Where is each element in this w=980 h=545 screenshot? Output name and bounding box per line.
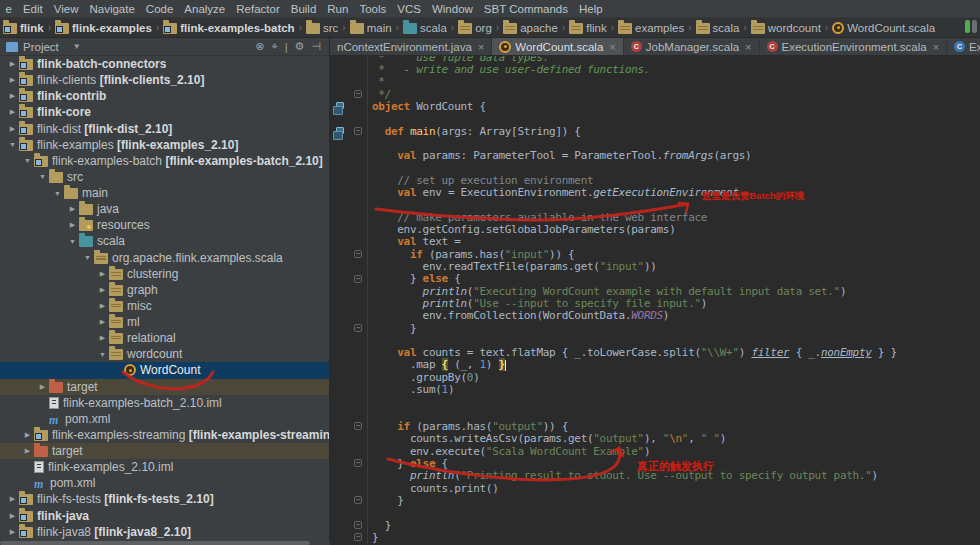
scala-structure-icon[interactable] <box>336 102 344 109</box>
code-line[interactable]: −} <box>330 531 980 543</box>
breadcrumb-item-scala[interactable]: scala <box>693 22 743 34</box>
code-line[interactable]: // set up execution environment <box>330 174 980 186</box>
tree-item-wordcount[interactable]: ▼wordcount <box>0 346 329 362</box>
menu-item-window[interactable]: Window <box>426 3 478 15</box>
chevron-expanded-icon[interactable]: ▼ <box>6 141 19 148</box>
tree-item-relational[interactable]: ▶relational <box>0 330 329 346</box>
code-line[interactable]: val params: ParameterTool = ParameterToo… <box>330 150 980 162</box>
code-line[interactable] <box>330 408 980 420</box>
chevron-collapsed-icon[interactable]: ▶ <box>36 383 49 391</box>
chevron-collapsed-icon[interactable]: ▶ <box>66 205 79 213</box>
breadcrumb-item-main[interactable]: main <box>347 22 395 34</box>
chevron-collapsed-icon[interactable]: ▶ <box>6 108 19 116</box>
tree-item-target[interactable]: ▶target <box>0 379 329 395</box>
breadcrumb-item-flink[interactable]: flink <box>566 22 609 34</box>
menu-item-view[interactable]: View <box>48 3 84 15</box>
fold-marker-icon[interactable]: − <box>354 533 362 541</box>
code-line[interactable]: // make parameters available in the web … <box>330 211 980 223</box>
inspection-status-indicator[interactable] <box>965 20 977 33</box>
code-line[interactable] <box>330 507 980 519</box>
chevron-collapsed-icon[interactable]: ▶ <box>6 528 19 536</box>
tree-item-flink-examples-batch[interactable]: ▼flink-examples-batch [flink-examples-ba… <box>0 153 329 169</box>
tree-item-target[interactable]: ▶target <box>0 443 329 459</box>
code-line[interactable]: env.execute("Scala WordCount Example") <box>330 445 980 457</box>
code-line[interactable]: println("Executing WordCount example wit… <box>330 285 980 297</box>
chevron-expanded-icon[interactable]: ▼ <box>66 238 79 245</box>
chevron-expanded-icon[interactable]: ▼ <box>81 254 94 261</box>
code-line[interactable]: env.fromCollection(WordCountData.WORDS) <box>330 310 980 322</box>
breadcrumb-item-apache[interactable]: apache <box>500 22 561 34</box>
locate-icon[interactable]: ⌖ <box>271 40 277 53</box>
code-line[interactable]: − if (params.has("input")) { <box>330 248 980 260</box>
fold-marker-icon[interactable]: − <box>354 275 362 283</box>
settings-gear-icon[interactable]: ⚙ <box>295 40 305 53</box>
tree-item-org-apache-flink-examples-scala[interactable]: ▼org.apache.flink.examples.scala <box>0 250 329 266</box>
chevron-expanded-icon[interactable]: ▼ <box>51 190 64 197</box>
tree-item-flink-java[interactable]: ▶flink-java <box>0 508 329 524</box>
code-line[interactable]: − } <box>330 494 980 506</box>
tree-item-flink-java8[interactable]: ▶flink-java8 [flink-java8_2.10] <box>0 524 329 540</box>
fold-marker-icon[interactable]: − <box>354 521 362 529</box>
chevron-collapsed-icon[interactable]: ▶ <box>6 92 19 100</box>
menu-item-analyze[interactable]: Analyze <box>179 3 231 15</box>
tree-item-java[interactable]: ▶java <box>0 201 329 217</box>
code-line[interactable] <box>330 334 980 346</box>
fold-marker-icon[interactable]: − <box>354 422 362 430</box>
chevron-collapsed-icon[interactable]: ▶ <box>96 334 109 342</box>
chevron-collapsed-icon[interactable]: ▶ <box>6 125 19 133</box>
tree-item-flink-fs-tests[interactable]: ▶flink-fs-tests [flink-fs-tests_2.10] <box>0 491 329 507</box>
chevron-collapsed-icon[interactable]: ▶ <box>6 76 19 84</box>
fold-marker-icon[interactable]: − <box>354 250 362 258</box>
menu-item-edit[interactable]: Edit <box>17 3 48 15</box>
code-line[interactable] <box>330 396 980 408</box>
code-line[interactable]: val counts = text.flatMap { _.toLowerCas… <box>330 347 980 359</box>
tree-item-src[interactable]: ▼src <box>0 169 329 185</box>
menu-item-build[interactable]: Build <box>285 3 322 15</box>
tree-horizontal-scrollbar[interactable] <box>0 541 330 545</box>
breadcrumb-item-wordcount-scala[interactable]: WordCount.scala <box>829 22 938 34</box>
code-line[interactable] <box>330 162 980 174</box>
tab-close-icon[interactable]: × <box>478 41 484 53</box>
tree-item-ml[interactable]: ▶ml <box>0 314 329 330</box>
tree-item-flink-core[interactable]: ▶flink-core <box>0 104 329 120</box>
code-line[interactable] <box>330 199 980 211</box>
chevron-expanded-icon[interactable]: ▼ <box>96 351 109 358</box>
fold-marker-icon[interactable]: − <box>354 459 362 467</box>
menu-item-help[interactable]: Help <box>574 3 609 15</box>
tree-item-pom-xml[interactable]: mpom.xml <box>0 411 329 427</box>
code-line[interactable]: − if (params.has("output")) { <box>330 420 980 432</box>
scala-structure-icon[interactable] <box>336 127 344 134</box>
tab-close-icon[interactable]: × <box>933 41 939 53</box>
tree-item-flink-contrib[interactable]: ▶flink-contrib <box>0 88 329 104</box>
editor-tab-jobmanager-scala[interactable]: CJobManager.scala× <box>624 38 760 55</box>
chevron-collapsed-icon[interactable]: ▶ <box>6 495 19 503</box>
tree-item-flink-examples-streaming[interactable]: ▶flink-examples-streaming [flink-example… <box>0 427 329 443</box>
menu-item-code[interactable]: Code <box>140 3 179 15</box>
tree-item-flink-examples-batch-2-10-iml[interactable]: flink-examples-batch_2.10.iml <box>0 395 329 411</box>
breadcrumb-item-org[interactable]: org <box>455 22 495 34</box>
tree-item-pom-xml[interactable]: mpom.xml <box>0 475 329 491</box>
code-line[interactable]: counts.writeAsCsv(params.get("output"), … <box>330 433 980 445</box>
code-line[interactable]: − } else { <box>330 273 980 285</box>
tree-item-flink-clients[interactable]: ▶flink-clients [flink-clients_2.10] <box>0 72 329 88</box>
chevron-collapsed-icon[interactable]: ▶ <box>6 60 19 68</box>
code-line[interactable]: counts.print() <box>330 482 980 494</box>
editor-tab-executionenvironment-scala[interactable]: CExecutionEnvironment.scala× <box>760 38 948 55</box>
editor-tab-ncontextenvironment-java[interactable]: nContextEnvironment.java× <box>330 38 492 55</box>
tree-item-resources[interactable]: ▶resources <box>0 217 329 233</box>
tree-item-wordcount[interactable]: WordCount <box>0 362 329 378</box>
tree-item-flink-batch-connectors[interactable]: ▶flink-batch-connectors <box>0 56 329 72</box>
chevron-collapsed-icon[interactable]: ▶ <box>96 286 109 294</box>
code-line[interactable]: * - write and use user-defined functions… <box>330 63 980 75</box>
editor-tab-wordcount-scala[interactable]: WordCount.scala× <box>492 38 623 55</box>
tree-item-graph[interactable]: ▶graph <box>0 282 329 298</box>
tree-item-clustering[interactable]: ▶clustering <box>0 266 329 282</box>
code-line[interactable]: .sum(1) <box>330 383 980 395</box>
menu-item-run[interactable]: Run <box>322 3 354 15</box>
breadcrumb-item-examples[interactable]: examples <box>615 22 687 34</box>
code-line[interactable]: − */ <box>330 88 980 100</box>
code-line[interactable]: .groupBy(0) <box>330 371 980 383</box>
menu-item-vcs[interactable]: VCS <box>392 3 427 15</box>
code-line[interactable]: object WordCount { <box>330 100 980 112</box>
breadcrumb-item-flink[interactable]: flink <box>0 22 47 34</box>
